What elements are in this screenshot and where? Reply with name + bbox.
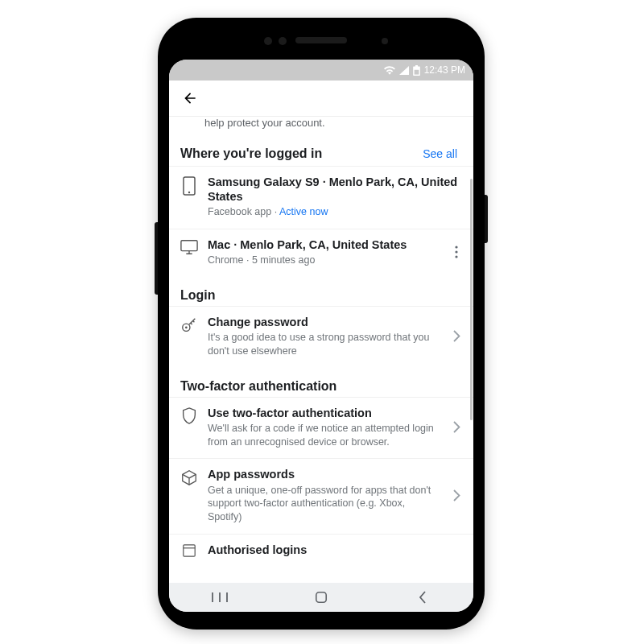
- recents-icon: [212, 592, 228, 603]
- arrow-left-icon: [182, 89, 198, 107]
- session-row[interactable]: Mac · Menlo Park, CA, United States Chro…: [169, 229, 473, 277]
- svg-point-5: [455, 251, 457, 254]
- battery-icon: [413, 65, 420, 76]
- svg-rect-3: [181, 240, 197, 250]
- section-title-login: Login: [169, 277, 473, 306]
- chevron-left-icon: [418, 591, 427, 604]
- phone-icon: [180, 175, 198, 196]
- key-icon: [180, 315, 198, 334]
- nav-back-button[interactable]: [403, 586, 442, 609]
- svg-point-8: [185, 326, 188, 328]
- row-subtitle: It's a good idea to use a strong passwor…: [208, 331, 438, 358]
- sensor-dot: [264, 37, 272, 45]
- session-title: Samsung Galaxy S9 · Menlo Park, CA, Unit…: [208, 175, 465, 204]
- chevron-right-icon: [448, 330, 465, 342]
- svg-rect-14: [316, 592, 326, 602]
- chevron-right-icon: [448, 421, 465, 433]
- row-subtitle: Get a unique, one-off password for apps …: [208, 484, 438, 525]
- front-camera: [382, 38, 388, 44]
- home-button[interactable]: [302, 586, 341, 609]
- svg-rect-0: [414, 69, 419, 74]
- intro-snippet: help protect your account.: [169, 116, 473, 138]
- row-title: Authorised logins: [208, 543, 465, 557]
- section-header-logged-in: Where you're logged in See all: [169, 138, 473, 166]
- session-row[interactable]: Samsung Galaxy S9 · Menlo Park, CA, Unit…: [169, 166, 473, 229]
- session-meta: Facebook app · Active now: [208, 205, 465, 219]
- see-all-button[interactable]: See all: [418, 147, 462, 161]
- svg-point-6: [455, 256, 457, 258]
- svg-rect-9: [184, 545, 195, 556]
- scrollbar-thumb[interactable]: [470, 179, 473, 420]
- authorised-logins-row[interactable]: Authorised logins: [169, 534, 473, 560]
- chevron-right-icon: [448, 489, 465, 502]
- recents-button[interactable]: [200, 586, 239, 609]
- status-bar: 12:43 PM: [169, 60, 473, 80]
- use-tfa-row[interactable]: Use two-factor authentication We'll ask …: [169, 397, 473, 459]
- svg-point-4: [455, 246, 457, 249]
- screen: 12:43 PM help protect your account. Wher…: [169, 60, 473, 612]
- phone-frame: 12:43 PM help protect your account. Wher…: [158, 18, 485, 630]
- session-title: Mac · Menlo Park, CA, United States: [208, 237, 438, 252]
- shield-icon: [180, 406, 198, 425]
- home-icon: [315, 591, 328, 604]
- app-passwords-row[interactable]: App passwords Get a unique, one-off pass…: [169, 458, 473, 534]
- android-nav-bar: [169, 583, 473, 612]
- session-overflow-button[interactable]: [448, 245, 465, 259]
- more-vert-icon: [455, 246, 458, 258]
- section-title: Where you're logged in: [180, 147, 322, 161]
- row-title: Use two-factor authentication: [208, 406, 438, 420]
- box-icon: [180, 467, 198, 486]
- app-bar: [169, 80, 473, 117]
- change-password-row[interactable]: Change password It's a good idea to use …: [169, 306, 473, 368]
- signal-icon: [399, 66, 409, 75]
- window-icon: [180, 543, 198, 557]
- row-title: App passwords: [208, 467, 438, 481]
- row-subtitle: We'll ask for a code if we notice an att…: [208, 422, 438, 449]
- back-button[interactable]: [177, 85, 203, 111]
- earpiece: [295, 37, 347, 43]
- session-meta: Chrome · 5 minutes ago: [208, 254, 438, 267]
- status-clock: 12:43 PM: [424, 64, 465, 76]
- desktop-icon: [180, 237, 198, 255]
- svg-point-2: [188, 191, 190, 192]
- content-scroll[interactable]: help protect your account. Where you're …: [169, 116, 473, 583]
- sensor-dot: [279, 37, 287, 45]
- row-title: Change password: [208, 315, 438, 329]
- section-title-tfa: Two-factor authentication: [169, 368, 473, 397]
- wifi-icon: [384, 66, 395, 75]
